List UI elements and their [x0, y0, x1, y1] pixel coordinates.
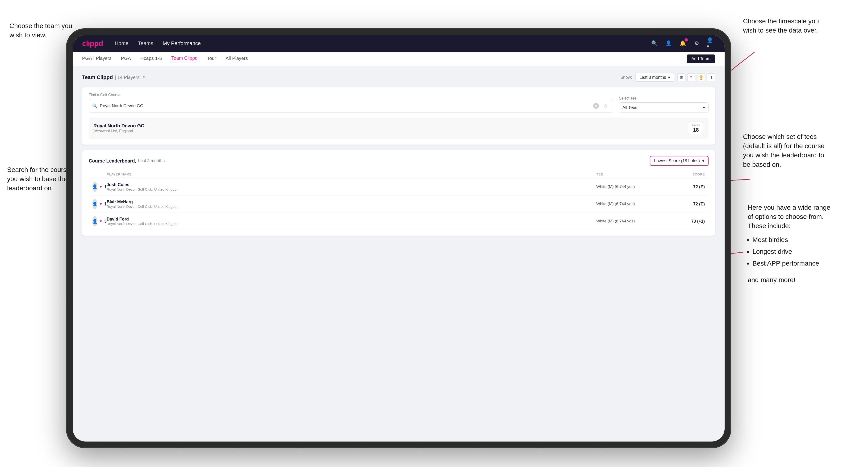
holes-badge: Holes 18: [688, 121, 704, 135]
search-row: Find a Golf Course 🔍 ✕ ☆ Select Tee: [89, 93, 709, 113]
player-row: 👤 ♥ 1 Josh Coles Royal North Devon Golf …: [89, 178, 709, 195]
player-info-3: David Ford Royal North Devon Golf Club, …: [106, 217, 596, 226]
find-course-label: Find a Golf Course: [89, 93, 613, 97]
course-search-input[interactable]: [100, 103, 591, 108]
table-headers: PLAYER NAME TEE SCORE: [89, 170, 709, 178]
col-header-tee: TEE: [596, 173, 662, 176]
trophy-view-button[interactable]: 🏆: [697, 73, 705, 81]
player-name: David Ford: [106, 217, 179, 222]
avatar-icon[interactable]: 👤▾: [707, 39, 715, 48]
navbar: clippd Home Teams My Performance 🔍 👤 🔔1 …: [73, 35, 724, 52]
leaderboard-section: Course Leaderboard, Last 3 months Lowest…: [82, 150, 715, 236]
col-header-rank: [92, 173, 106, 176]
heart-icon: ♥: [99, 202, 102, 206]
download-button[interactable]: ⬇: [707, 73, 715, 81]
player-score: 72 (E): [662, 184, 705, 189]
course-search-input-wrap: 🔍 ✕ ☆: [89, 99, 613, 113]
player-tee: White (M) (6,744 yds): [596, 184, 662, 189]
favorite-button[interactable]: ☆: [601, 102, 610, 110]
holes-number: 18: [692, 127, 700, 133]
sub-navbar: PGAT Players PGA Hcaps 1-5 Team Clippd T…: [73, 52, 724, 66]
player-rank-3: 👤 ♥ 3: [92, 216, 106, 226]
player-club: Royal North Devon Golf Club, United King…: [106, 187, 179, 191]
player-rank-1: 👤 ♥ 1: [92, 182, 106, 192]
edit-icon[interactable]: ✎: [143, 75, 146, 80]
tee-select-group: Select Tee All Tees ▾: [619, 96, 709, 113]
view-icons: ⊞ ≡ 🏆 ⬇: [677, 73, 715, 81]
options-list: Most birdies Longest drive Best APP perf…: [752, 234, 861, 270]
notification-badge: 1: [684, 38, 688, 41]
sub-nav-all-players[interactable]: All Players: [225, 56, 248, 62]
rank-number: 1: [104, 201, 106, 207]
leaderboard-period: Last 3 months: [138, 158, 165, 163]
add-team-button[interactable]: Add Team: [687, 55, 715, 63]
course-info: Royal North Devon GC Westward Ho!, Engla…: [93, 123, 144, 133]
search-section: Find a Golf Course 🔍 ✕ ☆ Select Tee: [82, 87, 715, 145]
rank-number: 1: [104, 184, 106, 189]
player-name: Josh Coles: [106, 182, 179, 187]
team-header: Team Clippd | 14 Players ✎ Show: Last 3 …: [82, 73, 715, 82]
player-score: 73 (+1): [662, 219, 705, 224]
annotation-top-right: Choose the timescale you wish to see the…: [743, 17, 861, 35]
course-name: Royal North Devon GC: [93, 123, 144, 129]
navbar-icons: 🔍 👤 🔔1 ⚙ 👤▾: [650, 39, 715, 48]
sub-nav-team-clippd[interactable]: Team Clippd: [171, 55, 197, 62]
show-label: Show:: [620, 75, 632, 80]
leaderboard-header: Course Leaderboard, Last 3 months Lowest…: [89, 156, 709, 166]
player-row: 👤 ♥ 1 Blair McHarg Royal North Devon Gol…: [89, 195, 709, 213]
avatar: 👤: [92, 216, 97, 226]
tee-dropdown[interactable]: All Tees ▾: [619, 102, 709, 113]
heart-icon: ♥: [99, 219, 102, 223]
annotation-mid-right: Choose which set of tees (default is all…: [743, 132, 861, 169]
player-tee: White (M) (6,744 yds): [596, 219, 662, 224]
tablet-screen: clippd Home Teams My Performance 🔍 👤 🔔1 …: [73, 35, 724, 441]
col-header-player: PLAYER NAME: [106, 173, 596, 176]
player-score: 72 (E): [662, 201, 705, 207]
player-info-2: Blair McHarg Royal North Devon Golf Club…: [106, 199, 596, 209]
sub-nav-pgat[interactable]: PGAT Players: [82, 56, 112, 62]
main-content: Team Clippd | 14 Players ✎ Show: Last 3 …: [73, 66, 724, 441]
holes-label: Holes: [692, 123, 700, 127]
navbar-nav: Home Teams My Performance: [115, 40, 650, 46]
score-type-dropdown[interactable]: Lowest Score (18 holes) ▾: [650, 156, 709, 166]
app-logo: clippd: [82, 39, 103, 48]
user-icon[interactable]: 👤: [664, 39, 673, 48]
list-view-button[interactable]: ≡: [687, 73, 695, 81]
nav-home[interactable]: Home: [115, 40, 129, 46]
player-club: Royal North Devon Golf Club, United King…: [106, 222, 179, 226]
show-control: Show: Last 3 months ▾ ⊞ ≡ 🏆 ⬇: [620, 73, 715, 82]
settings-icon[interactable]: ⚙: [692, 39, 701, 48]
leaderboard-title: Course Leaderboard,: [89, 158, 136, 164]
player-club: Royal North Devon Golf Club, United King…: [106, 205, 179, 209]
nav-teams[interactable]: Teams: [138, 40, 153, 46]
player-row: 👤 ♥ 3 David Ford Royal North Devon Golf …: [89, 213, 709, 230]
rank-number: 3: [104, 219, 106, 224]
annotation-bottom-right: Here you have a wide range of options to…: [748, 203, 861, 284]
course-search-group: Find a Golf Course 🔍 ✕ ☆: [89, 93, 613, 113]
sub-nav-hcaps[interactable]: Hcaps 1-5: [140, 56, 162, 62]
period-dropdown[interactable]: Last 3 months ▾: [636, 73, 674, 82]
grid-view-button[interactable]: ⊞: [677, 73, 685, 81]
player-info-1: Josh Coles Royal North Devon Golf Club, …: [106, 182, 596, 191]
team-title: Team Clippd: [82, 74, 113, 81]
bell-icon[interactable]: 🔔1: [678, 39, 687, 48]
search-icon-inner: 🔍: [92, 103, 97, 108]
sub-nav-tour[interactable]: Tour: [207, 56, 216, 62]
app-container: clippd Home Teams My Performance 🔍 👤 🔔1 …: [73, 35, 724, 441]
sub-nav-pga[interactable]: PGA: [121, 56, 131, 62]
tablet-frame: clippd Home Teams My Performance 🔍 👤 🔔1 …: [66, 28, 731, 448]
nav-my-performance[interactable]: My Performance: [163, 40, 201, 46]
player-tee: White (M) (6,744 yds): [596, 201, 662, 206]
player-rank-2: 👤 ♥ 1: [92, 199, 106, 209]
and-more-text: and many more!: [748, 275, 861, 284]
avatar: 👤: [92, 182, 97, 192]
course-location: Westward Ho!, England: [93, 129, 144, 133]
search-icon[interactable]: 🔍: [650, 39, 658, 48]
course-result: Royal North Devon GC Westward Ho!, Engla…: [89, 118, 709, 139]
player-name: Blair McHarg: [106, 199, 179, 205]
avatar: 👤: [92, 199, 97, 209]
tee-label: Select Tee: [619, 96, 709, 100]
clear-search-button[interactable]: ✕: [593, 103, 599, 109]
heart-icon: ♥: [99, 185, 102, 189]
col-header-score: SCORE: [662, 173, 705, 176]
